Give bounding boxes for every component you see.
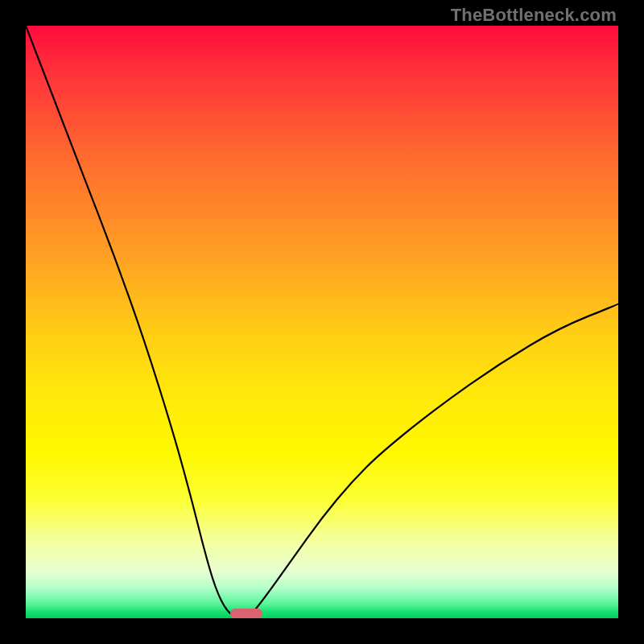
curve-layer <box>26 26 618 618</box>
plot-area <box>26 26 618 618</box>
bottleneck-curve <box>26 26 618 618</box>
watermark-text: TheBottleneck.com <box>451 5 617 26</box>
chart-frame: TheBottleneck.com <box>0 0 644 644</box>
ideal-zone-marker <box>230 609 262 618</box>
